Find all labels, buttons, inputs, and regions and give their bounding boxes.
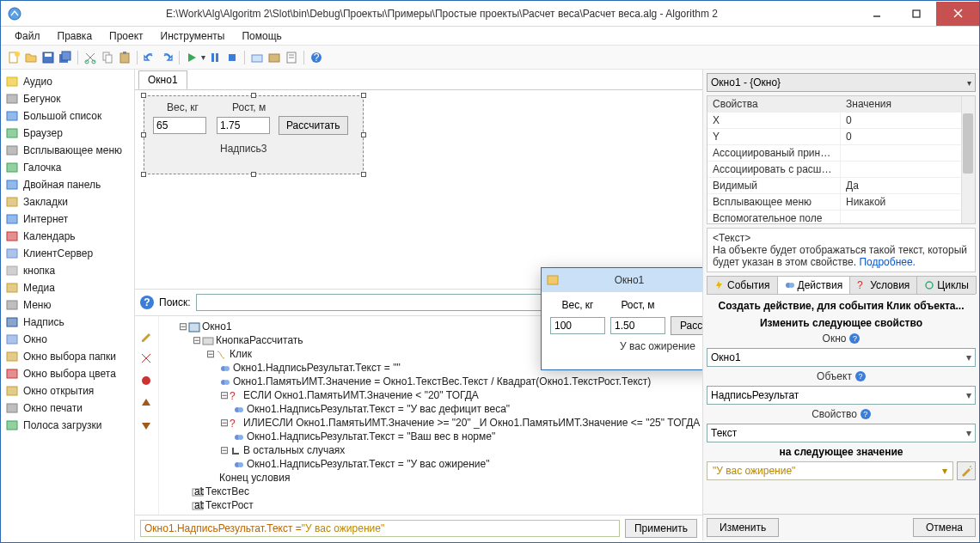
menu-tools[interactable]: Инструменты [152, 28, 234, 44]
menu-help[interactable]: Помощь [233, 28, 290, 44]
paste-icon[interactable] [117, 50, 132, 65]
cut-icon[interactable] [83, 50, 98, 65]
toolbox-item-label: Интернет [23, 213, 68, 225]
help-icon[interactable]: ? [849, 333, 860, 344]
commit-button[interactable]: Изменить [707, 518, 779, 537]
save-all-icon[interactable] [58, 50, 73, 65]
help-icon[interactable]: ? [309, 50, 324, 65]
tab-nav-left-icon[interactable]: ◂ [976, 278, 980, 293]
toolbox-item[interactable]: Большой список [3, 107, 132, 125]
object-selector[interactable]: Окно1 - {Окно}▾ [707, 73, 976, 92]
help-icon[interactable]: ? [140, 296, 154, 309]
menu-edit[interactable]: Правка [49, 28, 101, 44]
package-icon[interactable] [266, 50, 282, 65]
more-link[interactable]: Подробнее. [859, 256, 916, 268]
toolbox-item[interactable]: Бегунок [3, 90, 132, 107]
calculate-button[interactable]: Рассчитать [279, 116, 348, 135]
toolbox-item[interactable]: Окно выбора цвета [3, 365, 132, 382]
run-dropdown-icon[interactable]: ▾ [201, 52, 205, 62]
value-input[interactable]: "У вас ожирение"▾ [707, 461, 953, 480]
runtime-weight-input[interactable] [550, 317, 605, 334]
height-input[interactable] [217, 117, 270, 134]
toolbox-item[interactable]: КлиентСервер [3, 245, 132, 262]
toolbox-item[interactable]: Окно выбора папки [3, 348, 132, 365]
svg-rect-42 [7, 318, 17, 326]
undo-icon[interactable] [142, 50, 157, 65]
toolbox-item[interactable]: Надпись [3, 314, 132, 331]
form-window1[interactable]: Вес, кг Рост, м Рассчитать Надпись3 [144, 95, 364, 174]
runtime-window[interactable]: Окно1 Вес, кг Рост, м Рассчитать У вас [541, 267, 702, 370]
tab-loops[interactable]: Циклы [916, 276, 977, 294]
run-icon[interactable] [184, 50, 199, 65]
expression-input[interactable]: Окно1.НадписьРезультат.Текст = "У вас ож… [140, 520, 620, 537]
tab-actions[interactable]: Действия [777, 276, 851, 294]
weight-input[interactable] [153, 117, 206, 134]
toolbox-item[interactable]: Календарь [3, 228, 132, 245]
tab-events[interactable]: События [707, 276, 778, 294]
runtime-height-input[interactable] [610, 317, 665, 334]
object-select[interactable]: НадписьРезультат▾ [707, 386, 976, 405]
toolbox-item[interactable]: Меню [3, 296, 132, 314]
toolbox-item-icon [6, 179, 18, 191]
apply-button[interactable]: Применить [625, 519, 697, 538]
build-icon[interactable] [249, 50, 265, 65]
svg-point-60 [238, 407, 243, 412]
report-icon[interactable] [284, 50, 299, 65]
designer-tab[interactable]: Окно1 [138, 70, 187, 89]
toolbox-item-icon [6, 385, 18, 397]
wizard-icon[interactable] [957, 461, 976, 480]
prop-value[interactable] [841, 162, 975, 177]
svg-rect-74 [548, 276, 558, 284]
property-grid[interactable]: СвойстваЗначения X0Y0Ассоциированый прин… [707, 95, 976, 224]
close-button[interactable] [936, 2, 979, 26]
toolbox-item[interactable]: Медиа [3, 279, 132, 296]
move-up-icon[interactable] [140, 397, 154, 411]
prop-value[interactable] [841, 145, 975, 161]
record-icon[interactable] [140, 375, 154, 388]
runtime-minimize-button[interactable] [696, 271, 702, 290]
edit-icon[interactable] [140, 330, 154, 344]
prop-value[interactable]: Да [841, 178, 975, 193]
toolbox-item[interactable]: Галочка [3, 159, 132, 176]
property-select[interactable]: Текст▾ [707, 424, 976, 442]
menu-file[interactable]: Файл [6, 28, 49, 44]
toolbox-item[interactable]: Двойная панель [3, 176, 132, 193]
prop-value[interactable]: 0 [841, 129, 975, 144]
toolbox-item[interactable]: Окно печати [3, 400, 132, 417]
save-icon[interactable] [40, 50, 56, 65]
menu-project[interactable]: Проект [101, 28, 152, 44]
window-select[interactable]: Окно1▾ [707, 348, 976, 367]
minimize-button[interactable] [857, 2, 897, 26]
cut-icon[interactable] [140, 352, 154, 366]
help-icon[interactable]: ? [855, 371, 866, 381]
prop-value[interactable]: 0 [841, 113, 975, 128]
tab-conditions[interactable]: ?Условия [849, 276, 917, 294]
toolbox-item[interactable]: Закладки [3, 193, 132, 210]
prop-value[interactable] [841, 210, 975, 224]
toolbox-item-icon [6, 76, 18, 88]
toolbox-item[interactable]: Окно открытия [3, 382, 132, 400]
svg-rect-35 [7, 198, 17, 206]
scrollbar[interactable] [961, 96, 975, 223]
toolbox-item[interactable]: Всплывающее меню [3, 142, 132, 159]
runtime-calculate-button[interactable]: Рассчитать [671, 316, 702, 335]
toolbox-item[interactable]: Окно [3, 331, 132, 348]
stop-icon[interactable] [224, 50, 240, 65]
toolbox-item[interactable]: кнопка [3, 262, 132, 279]
cancel-button[interactable]: Отмена [913, 518, 976, 537]
new-icon[interactable] [6, 50, 21, 65]
copy-icon[interactable] [100, 50, 115, 65]
move-down-icon[interactable] [140, 419, 154, 433]
open-icon[interactable] [23, 50, 39, 65]
toolbox-item[interactable]: Полоса загрузки [3, 417, 132, 434]
redo-icon[interactable] [159, 50, 175, 65]
pause-icon[interactable] [207, 50, 223, 65]
help-icon[interactable]: ? [861, 409, 871, 419]
designer-surface[interactable]: Вес, кг Рост, м Рассчитать Надпись3 [135, 90, 702, 289]
maximize-button[interactable] [897, 2, 936, 26]
svg-rect-2 [913, 10, 920, 17]
toolbox-item[interactable]: Браузер [3, 125, 132, 142]
toolbox-item[interactable]: Интернет [3, 210, 132, 228]
toolbox-item[interactable]: Аудио [3, 73, 132, 90]
prop-value[interactable]: Никакой [841, 194, 975, 210]
